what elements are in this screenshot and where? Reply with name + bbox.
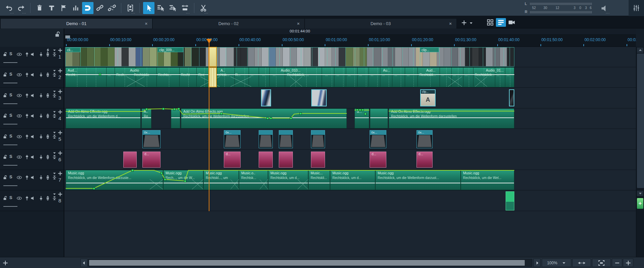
horizontal-scroll-thumb[interactable] <box>89 260 525 266</box>
track-height-button[interactable] <box>45 196 51 201</box>
envelope-handle[interactable] <box>362 109 364 111</box>
solo-button[interactable]: S <box>9 133 12 139</box>
pan-fader-button[interactable] <box>38 155 44 160</box>
volume-fader-button[interactable] <box>24 134 30 139</box>
selected-clip[interactable] <box>208 67 217 87</box>
track-header-1[interactable]: S1 <box>0 47 64 67</box>
solo-button[interactable]: S <box>9 72 12 77</box>
add-button-bottom-left[interactable] <box>1 259 9 267</box>
marker-flag-button[interactable] <box>58 2 69 14</box>
collapse-track-button[interactable] <box>51 72 57 77</box>
title-clip[interactable] <box>279 130 293 148</box>
horizontal-scrollbar[interactable] <box>88 259 532 267</box>
mute-speaker-button[interactable] <box>30 93 36 98</box>
title-clip[interactable]: 0x... <box>370 130 386 148</box>
mute-speaker-button[interactable] <box>30 134 36 139</box>
vertical-scroll-thumb[interactable] <box>637 54 644 188</box>
add-track-button[interactable] <box>58 68 63 73</box>
envelope-handle[interactable] <box>162 108 165 110</box>
collapse-track-button[interactable] <box>51 52 57 57</box>
add-track-button[interactable] <box>58 109 63 114</box>
zoom-fit-range-button[interactable] <box>572 259 591 267</box>
envelope-handle[interactable] <box>93 187 95 190</box>
envelope-handle[interactable] <box>160 172 163 174</box>
volume-fader-button[interactable] <box>24 175 30 180</box>
undo-button[interactable]: ··· <box>3 2 15 14</box>
track-row-6[interactable]: d...d...d...d... <box>64 150 636 170</box>
mixer-button[interactable] <box>629 0 644 16</box>
track-menu-chevron-icon[interactable] <box>52 172 57 175</box>
lock-open-button[interactable] <box>2 52 8 57</box>
volume-fader-button[interactable] <box>24 52 30 57</box>
envelope-handle[interactable] <box>178 108 180 110</box>
playhead-line[interactable] <box>209 47 209 211</box>
envelope-handle[interactable] <box>270 117 272 119</box>
track-row-8[interactable] <box>64 191 636 211</box>
track-volume-slider[interactable] <box>3 103 17 104</box>
visibility-eye-button[interactable] <box>16 52 22 57</box>
envelope-handle[interactable] <box>359 109 361 111</box>
envelope-handle[interactable] <box>99 73 101 76</box>
monitor-view-button[interactable] <box>507 18 517 27</box>
envelope-handle[interactable] <box>356 109 359 111</box>
volume-fader-button[interactable] <box>24 113 30 118</box>
tab-close-icon[interactable]: × <box>145 21 147 26</box>
lock-open-button[interactable] <box>2 134 8 139</box>
collapse-track-button[interactable] <box>51 155 57 160</box>
solo-button[interactable]: S <box>9 92 12 97</box>
lock-open-button[interactable] <box>2 93 8 98</box>
audio-clip[interactable]: Music.oggRechtsklick, um die Wellenform … <box>375 170 461 190</box>
zoom-out-button[interactable] <box>612 259 622 267</box>
collapse-track-button[interactable] <box>51 134 57 139</box>
mouse-mode-select-button[interactable] <box>143 2 154 14</box>
video-clip[interactable] <box>261 89 271 106</box>
collapse-track-button[interactable] <box>51 93 57 98</box>
scroll-down-button[interactable] <box>637 191 643 196</box>
track-menu-chevron-icon[interactable] <box>52 69 57 73</box>
track-volume-slider[interactable] <box>3 62 17 63</box>
mute-speaker-button[interactable] <box>30 72 36 77</box>
delete-button[interactable] <box>34 2 45 14</box>
range-bar[interactable]: 00:01:44:00 <box>64 28 636 35</box>
track-height-button[interactable] <box>45 134 51 139</box>
image-clip[interactable]: d... <box>224 152 241 168</box>
pan-fader-button[interactable] <box>38 52 44 57</box>
envelope-handle[interactable] <box>220 112 222 115</box>
mouse-mode-stretch-button[interactable]: ··· <box>179 2 191 14</box>
link-objects-button[interactable] <box>94 2 106 14</box>
envelope-handle[interactable] <box>184 180 186 182</box>
selected-clip[interactable] <box>208 47 217 67</box>
visibility-eye-button[interactable] <box>16 93 22 98</box>
visibility-eye-button[interactable] <box>16 72 22 77</box>
title-clip[interactable]: 0x... <box>416 130 433 148</box>
solo-button[interactable]: S <box>9 195 12 200</box>
track-header-5[interactable]: S5 <box>0 129 64 150</box>
image-clip[interactable]: d... <box>142 152 160 168</box>
pan-fader-button[interactable] <box>38 134 44 139</box>
visibility-eye-button[interactable] <box>16 134 22 139</box>
volume-fader-button[interactable] <box>24 93 30 98</box>
mouse-mode-all-tracks-button[interactable] <box>155 2 167 14</box>
pan-fader-button[interactable] <box>38 196 44 201</box>
add-track-button[interactable] <box>58 89 63 94</box>
envelope-handle[interactable] <box>145 108 148 110</box>
collapse-track-button[interactable] <box>51 175 57 180</box>
track-header-3[interactable]: S3 <box>0 88 64 108</box>
envelope-handle[interactable] <box>164 178 166 181</box>
envelope-handle[interactable] <box>300 112 302 115</box>
visibility-eye-button[interactable] <box>16 113 22 118</box>
track-volume-slider[interactable] <box>3 83 17 83</box>
track-volume-slider[interactable] <box>3 145 17 145</box>
image-clip[interactable] <box>259 152 273 168</box>
envelope-handle[interactable] <box>131 169 134 172</box>
timeline-ruler[interactable]: 00:00:00:0000:00:10:0000:00:20:0000:00:3… <box>64 35 636 47</box>
visibility-eye-button[interactable] <box>16 155 22 160</box>
track-menu-chevron-icon[interactable] <box>52 192 57 196</box>
add-track-button[interactable] <box>58 151 63 156</box>
lock-open-button[interactable] <box>2 196 8 201</box>
pan-fader-button[interactable] <box>38 72 44 77</box>
mute-speaker-button[interactable] <box>30 155 36 160</box>
track-height-button[interactable] <box>45 155 51 160</box>
add-track-plus-button[interactable]: + <box>637 198 643 209</box>
audio-clip[interactable]: Add On Atmo Effects.oggRechtsklick, um d… <box>389 108 514 128</box>
